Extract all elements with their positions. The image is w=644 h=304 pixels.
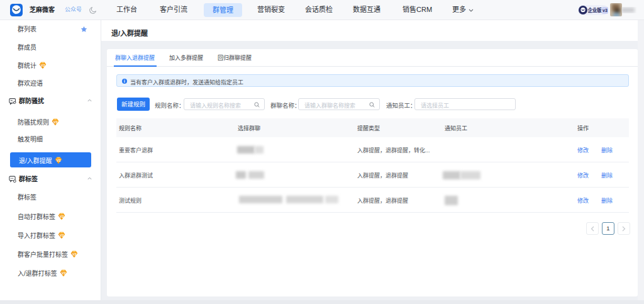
svg-text:V2: V2 — [53, 120, 58, 124]
svg-text:V2: V2 — [60, 215, 64, 218]
svg-text:V2: V2 — [56, 159, 60, 162]
svg-text:V2: V2 — [61, 271, 65, 275]
svg-text:V2: V2 — [60, 234, 64, 237]
svg-text:V2: V2 — [41, 64, 45, 67]
svg-text:V2: V2 — [72, 252, 77, 256]
